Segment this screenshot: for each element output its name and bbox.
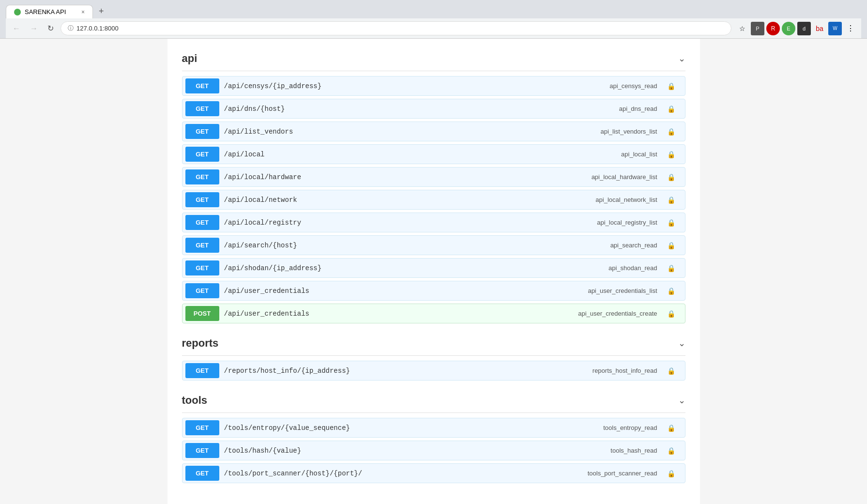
endpoint-path: /api/local/registry [224, 219, 597, 227]
forward-button[interactable]: → [27, 22, 41, 35]
endpoint-row[interactable]: GET/api/user_credentialsapi_user_credent… [182, 281, 685, 301]
lock-icon: 🔒 [662, 283, 680, 299]
endpoint-name: api_user_credentials_create [578, 310, 657, 317]
method-badge: GET [185, 420, 219, 435]
endpoint-name: tools_entropy_read [603, 424, 657, 431]
endpoint-path: /api/search/{host} [224, 242, 610, 249]
section-reports: reports⌄GET/reports/host_info/{ip_addres… [182, 333, 685, 381]
section-header-api[interactable]: api⌄ [182, 48, 685, 71]
section-title-api: api [182, 52, 198, 65]
section-chevron-api[interactable]: ⌄ [678, 53, 685, 64]
endpoint-name: tools_port_scanner_read [588, 470, 657, 477]
lock-icon: 🔒 [662, 420, 680, 436]
section-title-reports: reports [182, 337, 219, 350]
endpoint-path: /api/shodan/{ip_address} [224, 264, 609, 272]
endpoint-row[interactable]: GET/api/local/registryapi_local_registry… [182, 213, 685, 232]
endpoint-name: api_user_credentials_list [588, 287, 657, 294]
tab-title: SARENKA API [25, 8, 66, 15]
endpoint-path: /api/censys/{ip_address} [224, 82, 610, 90]
endpoint-path: /api/dns/{host} [224, 105, 619, 113]
lock-icon: 🔒 [662, 192, 680, 208]
endpoint-row[interactable]: GET/api/censys/{ip_address}api_censys_re… [182, 76, 685, 96]
endpoint-row[interactable]: GET/tools/hash/{value}tools_hash_read🔒 [182, 441, 685, 460]
endpoint-path: /api/user_credentials [224, 310, 578, 318]
lock-icon: 🔒 [662, 238, 680, 253]
lock-icon: 🔒 [662, 147, 680, 162]
endpoint-path: /api/local [224, 151, 622, 158]
active-tab[interactable]: SARENKA API × [6, 5, 93, 18]
address-bar[interactable]: ⓘ 127.0.0.1:8000 [61, 21, 731, 35]
method-badge: GET [185, 101, 219, 116]
lock-icon: 🔒 [662, 260, 680, 276]
endpoint-row[interactable]: GET/api/dns/{host}api_dns_read🔒 [182, 99, 685, 119]
new-tab-button[interactable]: + [94, 4, 109, 18]
back-button[interactable]: ← [10, 22, 23, 35]
section-tools: tools⌄GET/tools/entropy/{value_sequence}… [182, 390, 685, 483]
endpoint-name: api_shodan_read [608, 264, 657, 272]
endpoint-row[interactable]: GET/tools/entropy/{value_sequence}tools_… [182, 418, 685, 438]
tab-bar: SARENKA API × + [6, 4, 861, 18]
endpoint-row[interactable]: GET/reports/host_info/{ip_address}report… [182, 361, 685, 381]
method-badge: GET [185, 147, 219, 162]
endpoint-row[interactable]: GET/api/shodan/{ip_address}api_shodan_re… [182, 258, 685, 278]
method-badge: GET [185, 169, 219, 184]
method-badge: GET [185, 215, 219, 230]
section-title-tools: tools [182, 394, 208, 407]
addon-btn-5[interactable]: W [828, 22, 842, 35]
method-badge: GET [185, 443, 219, 458]
section-header-reports[interactable]: reports⌄ [182, 333, 685, 356]
lock-icon: 🔒 [662, 169, 680, 185]
method-badge: GET [185, 238, 219, 253]
endpoint-path: /api/user_credentials [224, 287, 588, 295]
addon-btn-2[interactable]: E [782, 22, 795, 35]
method-badge: POST [185, 306, 219, 321]
lock-icon: 🔒 [662, 363, 680, 379]
section-chevron-tools[interactable]: ⌄ [678, 395, 685, 406]
menu-button[interactable]: ⋮ [844, 22, 857, 35]
tab-favicon [14, 9, 21, 15]
method-badge: GET [185, 260, 219, 275]
reload-button[interactable]: ↻ [45, 22, 57, 35]
endpoint-name: api_local_list [621, 151, 657, 158]
endpoint-name: api_censys_read [609, 82, 657, 90]
section-chevron-reports[interactable]: ⌄ [678, 338, 685, 349]
endpoint-name: api_search_read [610, 242, 657, 249]
tab-close-button[interactable]: × [81, 9, 85, 15]
endpoint-row[interactable]: GET/api/local/networkapi_local_network_l… [182, 190, 685, 210]
method-badge: GET [185, 363, 219, 378]
browser-actions: ☆ P R E d ba W ⋮ [735, 22, 857, 35]
method-badge: GET [185, 283, 219, 298]
endpoint-row[interactable]: GET/api/localapi_local_list🔒 [182, 144, 685, 164]
section-api: api⌄GET/api/censys/{ip_address}api_censy… [182, 48, 685, 323]
endpoint-row[interactable]: GET/api/list_vendorsapi_list_vendors_lis… [182, 122, 685, 141]
lock-icon: 🔒 [662, 78, 680, 94]
method-badge: GET [185, 466, 219, 481]
method-badge: GET [185, 124, 219, 139]
endpoint-path: /reports/host_info/{ip_address} [224, 367, 593, 375]
section-header-tools[interactable]: tools⌄ [182, 390, 685, 413]
endpoint-path: /api/local/network [224, 196, 596, 204]
endpoint-name: api_local_registry_list [597, 219, 657, 226]
endpoint-name: tools_hash_read [610, 447, 657, 454]
endpoint-name: api_dns_read [619, 105, 657, 112]
endpoint-row[interactable]: GET/api/local/hardwareapi_local_hardware… [182, 167, 685, 187]
addon-btn-3[interactable]: d [797, 22, 811, 35]
lock-icon: 🔒 [662, 466, 680, 481]
lock-icon: 🔒 [662, 101, 680, 117]
page-content: api⌄GET/api/censys/{ip_address}api_censy… [167, 39, 700, 504]
bookmark-button[interactable]: ☆ [735, 22, 749, 35]
lock-icon: 🔒 [662, 124, 680, 139]
endpoint-row[interactable]: GET/api/search/{host}api_search_read🔒 [182, 235, 685, 255]
endpoint-row[interactable]: POST/api/user_credentialsapi_user_creden… [182, 304, 685, 323]
endpoint-row[interactable]: GET/tools/port_scanner/{host}/{port}/too… [182, 463, 685, 483]
addon-btn-4[interactable]: ba [813, 22, 826, 35]
addon-btn-1[interactable]: R [766, 22, 780, 35]
lock-icon: 🔒 [662, 443, 680, 458]
lock-icon: 🔒 [662, 215, 680, 230]
extensions-button[interactable]: P [751, 22, 764, 35]
method-badge: GET [185, 78, 219, 93]
endpoint-name: api_local_network_list [595, 196, 657, 203]
lock-icon: 🔒 [662, 306, 680, 321]
endpoint-path: /api/list_vendors [224, 128, 601, 136]
endpoint-name: reports_host_info_read [593, 367, 657, 374]
